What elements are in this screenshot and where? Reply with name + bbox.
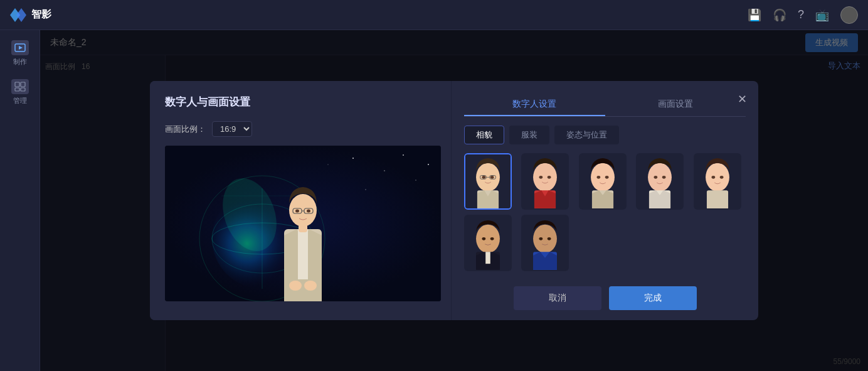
svg-point-16 — [352, 158, 354, 159]
svg-point-26 — [289, 194, 317, 227]
modal-settings-panel: 数字人设置 画面设置 相貌 服装 姿态与位置 — [451, 81, 758, 320]
svg-point-54 — [654, 176, 658, 179]
svg-point-30 — [295, 210, 299, 213]
cancel-button[interactable]: 取消 — [514, 286, 601, 310]
modal-title: 数字人与画面设置 — [165, 95, 250, 109]
svg-point-69 — [533, 225, 557, 253]
svg-rect-61 — [707, 190, 728, 208]
avatar-card-6[interactable] — [464, 215, 512, 271]
avatar-face-3 — [580, 154, 625, 208]
topbar: 智影 💾 🎧 ? 📺 — [0, 0, 868, 30]
svg-point-18 — [403, 154, 404, 156]
svg-point-70 — [539, 237, 543, 240]
svg-point-17 — [384, 170, 385, 171]
sidebar: 制作 管理 — [0, 30, 40, 371]
svg-point-60 — [719, 176, 723, 179]
svg-point-64 — [482, 237, 486, 240]
avatar-face-1 — [465, 154, 511, 208]
svg-point-33 — [304, 281, 317, 291]
svg-point-43 — [533, 163, 557, 191]
tab-digital-person[interactable]: 数字人设置 — [464, 94, 605, 116]
avatar-card-5[interactable] — [694, 153, 741, 210]
avatar-face-7 — [522, 216, 568, 270]
svg-point-31 — [307, 210, 310, 213]
content-area: 未命名_2 生成视频 画面比例 16 导入文本 的播报能力，同时我还 55/90… — [40, 30, 868, 371]
svg-point-21 — [327, 164, 328, 164]
logo: 智影 — [10, 8, 51, 22]
svg-point-58 — [706, 163, 729, 191]
svg-point-59 — [711, 176, 715, 179]
sidebar-make-label: 制作 — [13, 57, 27, 67]
modal-close-button[interactable]: ✕ — [738, 92, 747, 106]
avatar-grid — [464, 153, 746, 271]
user-avatar[interactable] — [840, 6, 858, 24]
svg-rect-24 — [298, 229, 308, 279]
modal-preview-panel: 数字人与画面设置 ✕ 画面比例： 16:9 9:16 1:1 — [150, 81, 451, 320]
avatar-card-1[interactable] — [464, 153, 512, 210]
avatar-card-2[interactable] — [521, 153, 569, 210]
svg-point-36 — [482, 176, 486, 179]
svg-rect-67 — [485, 252, 490, 264]
headset-icon[interactable]: 🎧 — [773, 8, 786, 22]
sidebar-manage-label: 管理 — [13, 96, 27, 105]
topbar-right: 💾 🎧 ? 📺 — [748, 6, 858, 24]
avatar-face-2 — [522, 154, 568, 208]
modal-backdrop: 数字人与画面设置 ✕ 画面比例： 16:9 9:16 1:1 — [40, 30, 868, 371]
modal-footer: 取消 完成 — [464, 280, 746, 310]
svg-point-45 — [548, 176, 551, 179]
presenter-figure — [265, 176, 341, 301]
avatar-face-5 — [695, 154, 740, 208]
svg-point-50 — [605, 176, 609, 179]
screen-icon[interactable]: 📺 — [815, 8, 829, 22]
svg-point-32 — [289, 281, 302, 291]
main-layout: 制作 管理 未命名_2 生成视频 画面比例 16 — [0, 30, 868, 371]
tab-scene[interactable]: 画面设置 — [605, 94, 746, 116]
svg-rect-6 — [15, 88, 19, 91]
svg-marker-3 — [19, 46, 23, 50]
svg-rect-4 — [15, 82, 19, 87]
manage-icon — [11, 79, 29, 94]
svg-rect-7 — [21, 88, 25, 91]
aspect-select[interactable]: 16:9 9:16 1:1 — [212, 121, 252, 137]
aspect-label: 画面比例： — [165, 124, 206, 135]
svg-point-49 — [596, 176, 600, 179]
svg-point-71 — [548, 237, 551, 240]
modal-dialog: 数字人与画面设置 ✕ 画面比例： 16:9 9:16 1:1 — [150, 81, 758, 320]
subtab-pose[interactable]: 姿态与位置 — [554, 126, 619, 144]
help-icon[interactable]: ? — [798, 8, 804, 21]
avatar-card-4[interactable] — [636, 153, 684, 210]
svg-point-19 — [415, 180, 416, 180]
settings-tabs: 数字人设置 画面设置 — [464, 94, 746, 117]
confirm-button[interactable]: 完成 — [609, 286, 697, 310]
svg-point-44 — [539, 176, 543, 179]
video-preview — [165, 146, 441, 301]
sidebar-item-manage[interactable]: 管理 — [0, 74, 40, 110]
logo-icon — [10, 8, 28, 22]
sidebar-item-make[interactable]: 制作 — [0, 35, 40, 72]
aspect-row: 画面比例： 16:9 9:16 1:1 — [165, 121, 436, 137]
svg-point-53 — [648, 163, 672, 191]
svg-point-65 — [490, 237, 494, 240]
svg-point-48 — [591, 163, 615, 191]
svg-point-63 — [476, 225, 500, 253]
subtab-outfit[interactable]: 服装 — [509, 126, 549, 144]
subtab-face[interactable]: 相貌 — [464, 126, 504, 144]
save-icon[interactable]: 💾 — [748, 8, 761, 22]
svg-point-37 — [490, 176, 494, 179]
svg-rect-5 — [21, 82, 25, 87]
svg-point-55 — [662, 176, 666, 179]
avatar-card-3[interactable] — [579, 153, 627, 210]
svg-point-22 — [365, 189, 366, 190]
svg-marker-1 — [16, 8, 26, 22]
logo-text: 智影 — [31, 8, 51, 21]
svg-point-20 — [428, 164, 429, 165]
sub-tabs: 相貌 服装 姿态与位置 — [464, 126, 746, 144]
make-icon — [11, 40, 29, 55]
avatar-card-7[interactable] — [521, 215, 569, 271]
avatar-face-4 — [637, 154, 682, 208]
avatar-face-6 — [465, 216, 511, 270]
